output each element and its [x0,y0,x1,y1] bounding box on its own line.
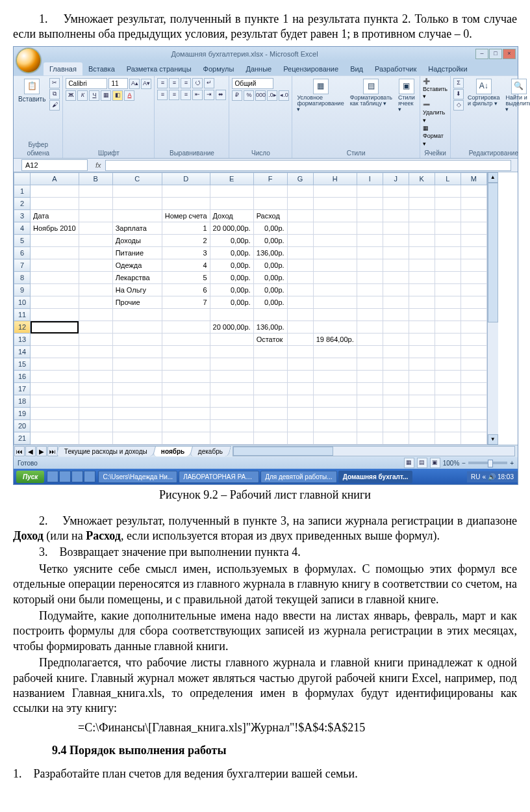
cell[interactable] [210,346,253,358]
cell[interactable] [253,420,287,432]
cell[interactable] [313,358,357,371]
paste-button[interactable]: 📋Вставить [16,78,47,104]
row-header[interactable]: 18 [14,395,31,408]
cell[interactable] [383,358,409,371]
cell[interactable] [357,358,383,371]
cell[interactable] [357,235,383,247]
taskbar-task-0[interactable]: C:\Users\Надежда Ни... [98,471,177,483]
font-color-icon[interactable]: A [124,90,134,101]
row-header[interactable]: 14 [14,346,31,358]
cell[interactable]: 0,00р. [253,284,287,296]
increase-indent-icon[interactable]: ⇥ [204,90,214,100]
cell[interactable] [357,432,383,445]
row-header[interactable]: 5 [14,235,31,247]
cell[interactable] [210,420,253,432]
cell[interactable] [461,259,486,272]
cell[interactable] [31,346,79,358]
merge-icon[interactable]: ⬌ [216,90,226,100]
cell[interactable] [461,321,486,334]
cell[interactable] [31,272,79,284]
cell[interactable]: 7 [162,296,210,309]
cell[interactable]: 0,00р. [210,296,253,309]
cell[interactable] [313,296,357,309]
number-format-select[interactable]: Общий [232,78,273,89]
vertical-scrollbar[interactable]: ▲ ▼ [487,172,498,445]
column-header[interactable]: H [313,173,357,185]
cell[interactable] [79,321,112,334]
row-header[interactable]: 12 [14,321,31,334]
cell[interactable] [79,198,112,210]
cell[interactable] [357,321,383,334]
cell[interactable] [409,272,435,284]
cell[interactable] [383,309,409,321]
cell[interactable] [287,321,313,334]
close-button[interactable]: × [503,49,516,59]
cell[interactable]: 6 [162,284,210,296]
cell[interactable] [383,432,409,445]
scroll-thumb[interactable] [488,183,498,322]
row-header[interactable]: 8 [14,272,31,284]
cell[interactable] [313,284,357,296]
cell[interactable] [253,185,287,198]
cell[interactable] [383,259,409,272]
cell[interactable] [162,395,210,408]
cell[interactable] [383,185,409,198]
orientation-icon[interactable]: ⭯ [192,78,203,88]
font-size-input[interactable]: 11 [108,78,128,89]
row-header[interactable]: 7 [14,259,31,272]
row-header[interactable]: 4 [14,222,31,235]
cell[interactable] [112,358,162,371]
cell[interactable] [409,259,435,272]
cell[interactable] [112,346,162,358]
cell[interactable]: 0,00р. [253,222,287,235]
cell[interactable] [409,358,435,371]
cell[interactable]: Доходы [112,235,162,247]
cell[interactable] [461,383,486,395]
cell[interactable] [287,235,313,247]
cell[interactable]: 136,00р. [253,321,287,334]
cell[interactable]: 20 000,00р. [210,222,253,235]
cut-icon[interactable]: ✂ [49,78,60,88]
cell[interactable] [31,185,79,198]
cell[interactable] [210,198,253,210]
cell[interactable] [357,383,383,395]
cell[interactable] [287,371,313,383]
cell[interactable] [461,395,486,408]
cell[interactable]: Зарплата [112,222,162,235]
cell[interactable] [383,395,409,408]
row-header[interactable]: 20 [14,420,31,432]
cell[interactable] [409,432,435,445]
cell[interactable] [313,408,357,420]
comma-icon[interactable]: 000 [255,90,266,101]
cell[interactable] [162,198,210,210]
row-header[interactable]: 2 [14,198,31,210]
cell[interactable] [383,408,409,420]
increase-font-icon[interactable]: A▴ [129,79,140,89]
fill-color-icon[interactable]: ◧ [112,90,123,101]
column-header[interactable]: E [210,173,253,185]
fx-icon[interactable]: fx [92,161,105,170]
cell[interactable] [210,309,253,321]
cell[interactable] [461,210,486,222]
row-header[interactable]: 16 [14,371,31,383]
cell[interactable] [313,383,357,395]
cell[interactable] [253,371,287,383]
cell[interactable] [79,358,112,371]
tab-insert[interactable]: Вставка [82,62,121,75]
cell[interactable] [435,395,461,408]
cell[interactable] [287,309,313,321]
cell[interactable] [313,247,357,259]
cell[interactable] [461,371,486,383]
clock[interactable]: 18:03 [498,473,514,481]
cell[interactable] [409,346,435,358]
cell[interactable] [253,358,287,371]
formula-bar[interactable] [105,160,511,171]
cell[interactable] [79,383,112,395]
zoom-slider[interactable] [468,462,507,464]
language-indicator[interactable]: RU [471,473,480,481]
taskbar-task-2[interactable]: Для девятой работы... [260,471,337,483]
cell[interactable] [287,259,313,272]
cell[interactable] [409,185,435,198]
align-left-icon[interactable]: ≡ [157,90,168,100]
cell[interactable] [162,383,210,395]
